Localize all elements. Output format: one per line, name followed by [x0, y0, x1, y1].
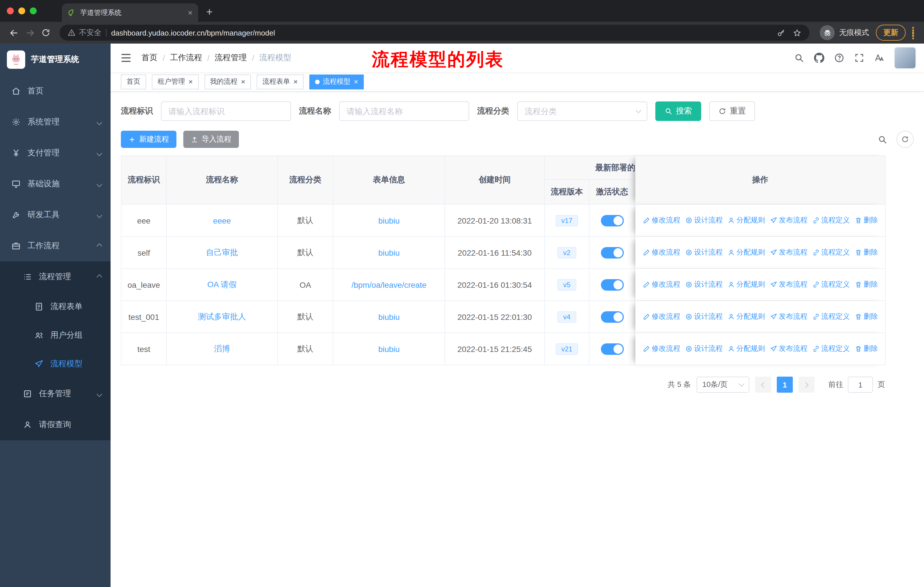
- window-minimize-button[interactable]: [18, 7, 25, 14]
- sidebar-item-process-mgmt[interactable]: 流程管理: [0, 261, 111, 293]
- sidebar-item-user-group[interactable]: 用户分组: [0, 321, 111, 350]
- process-id-input[interactable]: [161, 101, 291, 121]
- model-name-link[interactable]: OA 请假: [207, 279, 237, 289]
- tag-close-icon[interactable]: ×: [354, 78, 358, 85]
- sidebar-item-process-form[interactable]: 流程表单: [0, 293, 111, 321]
- tag-home[interactable]: 首页: [121, 74, 146, 89]
- tag-close-icon[interactable]: ×: [293, 78, 298, 85]
- model-name-link[interactable]: 测试多审批人: [198, 312, 246, 321]
- form-info-link[interactable]: biubiu: [378, 312, 400, 321]
- browser-tab[interactable]: 芋道管理系统 ×: [62, 3, 198, 22]
- op-edit-link[interactable]: 修改流程: [642, 215, 680, 225]
- op-edit-link[interactable]: 修改流程: [642, 280, 680, 289]
- search-toggle-icon[interactable]: [878, 134, 887, 144]
- op-definition-link[interactable]: 流程定义: [812, 248, 850, 257]
- next-page-button[interactable]: [799, 377, 815, 393]
- help-icon[interactable]: [834, 53, 844, 63]
- status-toggle[interactable]: [601, 311, 624, 322]
- op-assign-rule-link[interactable]: 分配规则: [727, 344, 765, 354]
- goto-page-input[interactable]: [848, 377, 873, 393]
- op-design-link[interactable]: 设计流程: [685, 280, 723, 289]
- fullscreen-icon[interactable]: [854, 53, 865, 63]
- tag-my-process[interactable]: 我的流程 ×: [204, 74, 251, 89]
- form-info-link[interactable]: biubiu: [378, 216, 400, 225]
- op-delete-link[interactable]: 删除: [855, 215, 878, 225]
- breadcrumb-workflow[interactable]: 工作流程: [170, 53, 202, 63]
- op-design-link[interactable]: 设计流程: [685, 344, 723, 354]
- op-assign-rule-link[interactable]: 分配规则: [727, 215, 765, 225]
- form-info-link[interactable]: biubiu: [378, 248, 400, 257]
- form-info-link[interactable]: biubiu: [378, 344, 400, 354]
- create-process-button[interactable]: 新建流程: [121, 131, 177, 148]
- op-assign-rule-link[interactable]: 分配规则: [727, 280, 765, 289]
- category-select-input[interactable]: [517, 101, 647, 121]
- sidebar-item-workflow[interactable]: 工作流程: [0, 230, 111, 261]
- window-zoom-button[interactable]: [30, 7, 37, 14]
- new-tab-button[interactable]: +: [206, 6, 213, 18]
- status-toggle[interactable]: [601, 343, 624, 355]
- tag-close-icon[interactable]: ×: [188, 78, 193, 85]
- bookmark-star-icon[interactable]: [793, 28, 802, 37]
- status-toggle[interactable]: [601, 279, 624, 290]
- address-bar[interactable]: 不安全 dashboard.yudao.iocoder.cn/bpm/manag…: [59, 25, 809, 41]
- category-select[interactable]: [517, 101, 647, 121]
- op-publish-link[interactable]: 发布流程: [770, 248, 807, 257]
- tag-process-form[interactable]: 流程表单 ×: [257, 74, 303, 89]
- reset-button[interactable]: 重置: [709, 101, 755, 121]
- op-assign-rule-link[interactable]: 分配规则: [727, 248, 765, 257]
- reload-button[interactable]: [38, 25, 54, 41]
- op-definition-link[interactable]: 流程定义: [812, 280, 850, 289]
- security-status[interactable]: 不安全: [68, 28, 101, 38]
- op-publish-link[interactable]: 发布流程: [770, 215, 807, 225]
- op-delete-link[interactable]: 删除: [855, 280, 878, 289]
- op-delete-link[interactable]: 删除: [855, 248, 878, 257]
- refresh-table-button[interactable]: [896, 131, 914, 148]
- op-design-link[interactable]: 设计流程: [685, 215, 723, 225]
- process-name-input[interactable]: [339, 101, 469, 121]
- breadcrumb-process-mgmt[interactable]: 流程管理: [215, 53, 247, 63]
- import-process-button[interactable]: 导入流程: [183, 131, 239, 148]
- back-button[interactable]: [6, 25, 22, 41]
- op-publish-link[interactable]: 发布流程: [770, 344, 807, 354]
- password-key-icon[interactable]: [777, 28, 785, 37]
- op-edit-link[interactable]: 修改流程: [642, 248, 680, 257]
- sidebar-collapse-icon[interactable]: [120, 51, 132, 64]
- breadcrumb-home[interactable]: 首页: [142, 53, 158, 63]
- op-assign-rule-link[interactable]: 分配规则: [727, 312, 765, 322]
- sidebar-item-process-model[interactable]: 流程模型: [0, 350, 111, 378]
- op-definition-link[interactable]: 流程定义: [812, 215, 850, 225]
- model-name-link[interactable]: 滔博: [214, 344, 230, 353]
- sidebar-item-pay[interactable]: 支付管理: [0, 137, 111, 169]
- form-info-link[interactable]: /bpm/oa/leave/create: [351, 280, 426, 289]
- tag-process-model-active[interactable]: 流程模型 ×: [309, 74, 364, 89]
- browser-menu-icon[interactable]: ⋮⋮⋮: [908, 28, 918, 37]
- op-design-link[interactable]: 设计流程: [685, 248, 723, 257]
- op-delete-link[interactable]: 删除: [855, 312, 878, 322]
- status-toggle[interactable]: [601, 247, 624, 258]
- op-design-link[interactable]: 设计流程: [685, 312, 723, 322]
- tag-close-icon[interactable]: ×: [241, 78, 245, 85]
- window-close-button[interactable]: [7, 7, 14, 14]
- op-definition-link[interactable]: 流程定义: [812, 312, 850, 322]
- user-avatar[interactable]: [894, 47, 916, 69]
- search-button[interactable]: 搜索: [655, 101, 701, 121]
- page-1-button[interactable]: 1: [777, 377, 793, 393]
- sidebar-item-devtools[interactable]: 研发工具: [0, 200, 111, 230]
- op-publish-link[interactable]: 发布流程: [770, 280, 807, 289]
- font-size-icon[interactable]: [874, 53, 884, 63]
- sidebar-item-task-mgmt[interactable]: 任务管理: [0, 378, 111, 409]
- sidebar-item-home[interactable]: 首页: [0, 76, 111, 107]
- status-toggle[interactable]: [601, 215, 624, 226]
- prev-page-button[interactable]: [755, 377, 771, 393]
- sidebar-item-system[interactable]: 系统管理: [0, 107, 111, 137]
- tab-close-icon[interactable]: ×: [188, 8, 193, 17]
- forward-button[interactable]: [22, 25, 38, 41]
- op-edit-link[interactable]: 修改流程: [642, 344, 680, 354]
- op-edit-link[interactable]: 修改流程: [642, 312, 680, 322]
- search-icon[interactable]: [794, 53, 804, 63]
- op-publish-link[interactable]: 发布流程: [770, 312, 807, 322]
- model-name-link[interactable]: eeee: [213, 216, 231, 225]
- page-size-select[interactable]: 10条/页: [696, 377, 749, 393]
- model-name-link[interactable]: 自己审批: [206, 247, 238, 256]
- op-delete-link[interactable]: 删除: [855, 344, 878, 354]
